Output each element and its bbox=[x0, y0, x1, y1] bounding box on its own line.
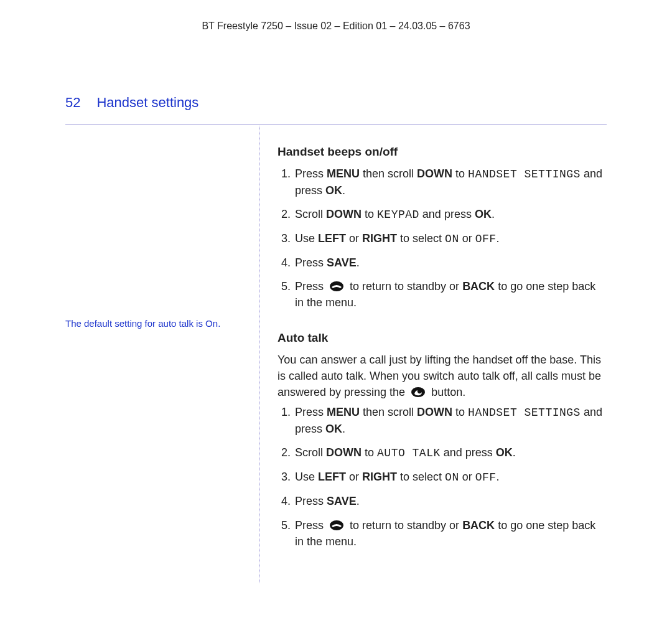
lcd-text: HANDSET SETTINGS bbox=[468, 168, 581, 181]
text: to bbox=[362, 446, 377, 459]
bold-key: LEFT bbox=[318, 232, 346, 245]
text: . bbox=[492, 208, 495, 220]
lcd-text: AUTO TALK bbox=[377, 447, 441, 459]
text: Scroll bbox=[295, 446, 326, 459]
text: . bbox=[497, 232, 500, 245]
steps-list: Press MENU then scroll DOWN to HANDSET S… bbox=[278, 404, 607, 550]
text: Press bbox=[295, 167, 327, 180]
text: to bbox=[452, 406, 468, 418]
steps-list: Press MENU then scroll DOWN to HANDSET S… bbox=[278, 166, 607, 311]
main-content: Handset beeps on/off Press MENU then scr… bbox=[260, 126, 607, 583]
bold-key: MENU bbox=[327, 167, 360, 180]
page-title: Handset settings bbox=[96, 93, 198, 113]
step-item: Press to return to standby or BACK to go… bbox=[294, 517, 607, 550]
bold-key: OK bbox=[475, 208, 492, 220]
section-auto-talk: Auto talk You can answer a call just by … bbox=[278, 329, 607, 549]
text: or bbox=[459, 471, 475, 483]
step-item: Press SAVE. bbox=[294, 255, 607, 271]
bold-key: DOWN bbox=[326, 208, 362, 220]
phone-end-icon bbox=[329, 281, 344, 292]
text: then scroll bbox=[360, 167, 417, 180]
text: Press bbox=[295, 280, 327, 293]
bold-key: BACK bbox=[462, 519, 495, 532]
text: to select bbox=[397, 471, 445, 483]
lcd-text: OFF bbox=[475, 233, 497, 245]
step-item: Press MENU then scroll DOWN to HANDSET S… bbox=[294, 404, 607, 437]
svg-point-1 bbox=[411, 387, 425, 397]
phone-end-icon bbox=[329, 520, 344, 531]
text: . bbox=[513, 446, 516, 459]
text: button. bbox=[428, 386, 465, 398]
lcd-text: HANDSET SETTINGS bbox=[468, 406, 581, 419]
content-columns: The default setting for auto talk is On.… bbox=[65, 126, 607, 583]
sidebar-note-auto-talk: The default setting for auto talk is On. bbox=[65, 317, 250, 330]
text: Use bbox=[295, 471, 318, 483]
step-item: Scroll DOWN to AUTO TALK and press OK. bbox=[294, 444, 607, 461]
bold-key: DOWN bbox=[417, 167, 452, 180]
text: . bbox=[357, 256, 360, 269]
bold-key: DOWN bbox=[417, 406, 452, 418]
text: . bbox=[497, 471, 500, 483]
step-item: Use LEFT or RIGHT to select ON or OFF. bbox=[294, 230, 607, 247]
manual-page: BT Freestyle 7250 – Issue 02 – Edition 0… bbox=[0, 0, 672, 621]
intro-paragraph: You can answer a call just by lifting th… bbox=[278, 352, 607, 400]
text: Use bbox=[295, 232, 318, 245]
lcd-text: KEYPAD bbox=[377, 209, 419, 221]
bold-key: SAVE bbox=[327, 495, 357, 507]
page-number: 52 bbox=[65, 93, 80, 113]
horizontal-rule bbox=[65, 124, 607, 124]
text: Press bbox=[295, 406, 327, 418]
section-heading: Auto talk bbox=[278, 329, 607, 347]
text: to return to standby or bbox=[347, 280, 462, 293]
text: and press bbox=[419, 208, 475, 220]
step-item: Press SAVE. bbox=[294, 493, 607, 509]
bold-key: MENU bbox=[327, 406, 360, 418]
text: and press bbox=[441, 446, 496, 459]
text: to select bbox=[397, 232, 445, 245]
section-handset-beeps: Handset beeps on/off Press MENU then scr… bbox=[278, 143, 607, 311]
bold-key: RIGHT bbox=[362, 232, 397, 245]
step-item: Press to return to standby or BACK to go… bbox=[294, 278, 607, 311]
bold-key: LEFT bbox=[318, 471, 346, 483]
text: Press bbox=[295, 519, 327, 532]
step-item: Scroll DOWN to KEYPAD and press OK. bbox=[294, 206, 607, 223]
bold-key: BACK bbox=[462, 280, 495, 293]
text: . bbox=[342, 184, 345, 197]
text: Press bbox=[295, 256, 327, 269]
step-item: Press MENU then scroll DOWN to HANDSET S… bbox=[294, 166, 607, 199]
text: or bbox=[346, 232, 362, 245]
lcd-text: ON bbox=[445, 233, 459, 245]
text: Scroll bbox=[295, 208, 326, 220]
text: then scroll bbox=[360, 406, 417, 418]
bold-key: DOWN bbox=[326, 446, 362, 459]
sidebar: The default setting for auto talk is On. bbox=[65, 126, 259, 583]
document-header: BT Freestyle 7250 – Issue 02 – Edition 0… bbox=[65, 19, 607, 33]
bold-key: OK bbox=[325, 423, 342, 435]
section-heading: Handset beeps on/off bbox=[278, 143, 607, 161]
text: . bbox=[357, 495, 360, 507]
lcd-text: ON bbox=[445, 471, 459, 484]
step-item: Use LEFT or RIGHT to select ON or OFF. bbox=[294, 469, 607, 486]
bold-key: OK bbox=[325, 184, 342, 197]
text: to bbox=[362, 208, 377, 220]
text: to return to standby or bbox=[347, 519, 462, 532]
text: or bbox=[459, 232, 475, 245]
text: or bbox=[346, 471, 362, 483]
phone-talk-icon bbox=[411, 387, 426, 398]
bold-key: OK bbox=[496, 446, 513, 459]
bold-key: RIGHT bbox=[362, 471, 397, 483]
text: Press bbox=[295, 495, 327, 507]
text: . bbox=[342, 423, 345, 435]
page-title-row: 52 Handset settings bbox=[65, 93, 607, 113]
lcd-text: OFF bbox=[475, 471, 497, 484]
text: to bbox=[452, 167, 468, 180]
bold-key: SAVE bbox=[327, 256, 357, 269]
